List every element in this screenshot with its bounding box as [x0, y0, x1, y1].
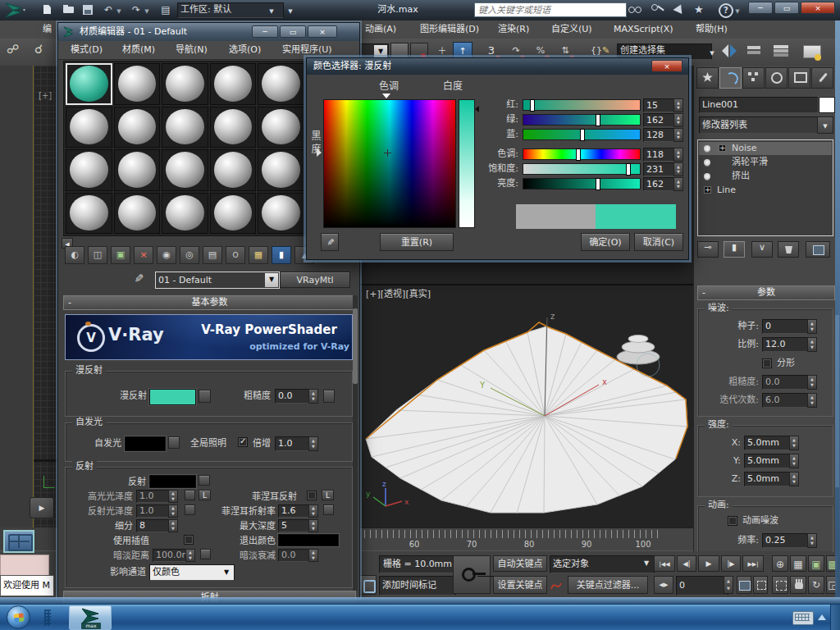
blackness-arrow-icon[interactable]	[317, 148, 322, 157]
diffuse-roughness-map-button[interactable]	[323, 390, 335, 403]
link-icon[interactable]: ☍	[7, 42, 19, 57]
menu-animation[interactable]: 动画(A)	[365, 21, 396, 38]
value-spinner[interactable]	[673, 177, 683, 191]
material-slot[interactable]	[66, 63, 112, 105]
slider-marker[interactable]	[596, 114, 600, 126]
tray-keyboard-icon[interactable]	[792, 611, 814, 625]
assign-material-icon[interactable]	[111, 246, 130, 264]
search-input[interactable]	[474, 2, 627, 17]
tab-hierarchy[interactable]	[742, 67, 765, 89]
redo-dropdown-icon[interactable]	[143, 2, 151, 17]
show-map-in-viewport-icon[interactable]	[249, 246, 268, 264]
fresnel-ior-map-button[interactable]	[323, 504, 334, 515]
subdivs-spinner[interactable]	[168, 519, 178, 532]
get-material-icon[interactable]	[65, 246, 84, 264]
material-slot[interactable]	[162, 63, 208, 105]
ok-button[interactable]: 确定(O)	[581, 233, 630, 251]
diffuse-roughness-field[interactable]: 0.0	[275, 389, 313, 404]
reflect-color-swatch[interactable]	[149, 475, 196, 488]
zoom-extents-icon[interactable]	[808, 555, 824, 572]
red-spinner[interactable]	[673, 98, 683, 112]
y-field[interactable]: 5.0mm	[744, 454, 793, 468]
saturation-slider[interactable]	[523, 163, 641, 175]
dim-falloff-field[interactable]: 0.0	[278, 549, 313, 562]
selection-set-combo[interactable]: 选定对象	[550, 555, 655, 573]
exit-color-swatch[interactable]	[278, 534, 339, 546]
viewport-plus-label[interactable]: [+]	[39, 90, 52, 102]
selfillum-map-button[interactable]	[168, 436, 180, 449]
material-slot[interactable]	[66, 107, 112, 148]
hue-marker-icon[interactable]	[382, 94, 390, 98]
material-slot[interactable]	[210, 193, 257, 235]
time-config-icon[interactable]	[737, 576, 751, 594]
configure-modifier-sets-icon[interactable]	[806, 241, 830, 258]
welcome-play-button[interactable]	[30, 497, 54, 518]
reset-map-icon[interactable]	[134, 246, 153, 264]
menu-customize[interactable]: 自定义(U)	[551, 21, 592, 38]
stack-item-extrude[interactable]: 挤出	[699, 170, 832, 183]
me-scroll-handle[interactable]	[353, 308, 358, 384]
previous-frame-button[interactable]	[677, 555, 696, 572]
seed-spinner[interactable]	[807, 319, 817, 334]
roughness-field[interactable]: 0.0	[762, 375, 811, 390]
hilight-gloss-map-button[interactable]	[185, 490, 195, 500]
use-interpolation-checkbox[interactable]	[184, 535, 194, 545]
menu-edit-partial[interactable]: 编	[43, 21, 52, 38]
material-slot[interactable]	[66, 149, 112, 191]
expand-icon[interactable]	[704, 186, 711, 194]
time-slider-ruler[interactable]: 60 70 80 90 100	[358, 527, 693, 552]
refl-gloss-field[interactable]: 1.0	[136, 504, 172, 518]
close-button[interactable]: ×	[801, 2, 835, 14]
current-frame-field[interactable]: 0	[676, 576, 728, 596]
set-key-button[interactable]: 设置关键点	[493, 576, 547, 594]
me-menu-utilities[interactable]: 实用程序(U)	[282, 42, 332, 58]
material-slot[interactable]	[210, 149, 257, 191]
affect-channels-combo[interactable]: 仅颜色	[149, 564, 235, 581]
slider-marker[interactable]	[576, 148, 581, 161]
fresnel-ior-spinner[interactable]	[308, 504, 318, 518]
value-field[interactable]: 162	[643, 177, 678, 191]
multiplier-field[interactable]: 1.0	[275, 436, 313, 451]
favorites-star-icon[interactable]: ★	[694, 3, 704, 16]
restore-button[interactable]: ▭	[774, 2, 799, 14]
layer-manager-icon[interactable]	[771, 42, 792, 62]
material-name-dropdown-icon[interactable]	[265, 273, 278, 287]
me-close-button[interactable]: ×	[308, 25, 337, 38]
subdivs-field[interactable]: 8	[136, 519, 172, 532]
material-slot[interactable]	[114, 149, 161, 191]
scale-spinner[interactable]	[807, 337, 817, 352]
key-mode-toggle[interactable]: ◀▶	[654, 576, 673, 594]
blue-slider[interactable]	[523, 129, 641, 140]
cancel-button[interactable]: 取消(C)	[634, 233, 683, 251]
me-menu-options[interactable]: 选项(O)	[229, 42, 261, 58]
new-file-icon[interactable]	[39, 2, 56, 17]
hue-field[interactable]: 118	[643, 148, 678, 162]
z-field[interactable]: 5.0mm	[744, 472, 793, 486]
make-unique-icon[interactable]: ∨	[751, 241, 773, 258]
screen-eyedropper-button[interactable]	[321, 233, 339, 251]
communication-center-icon[interactable]	[673, 2, 685, 14]
iterations-field[interactable]: 6.0	[762, 393, 811, 408]
save-file-icon[interactable]	[80, 2, 97, 17]
left-viewport-sliver[interactable]: [+]	[33, 66, 60, 527]
viewport-label[interactable]: [+][透视][真实]	[366, 289, 431, 300]
reset-button[interactable]: 重置(R)	[380, 233, 454, 251]
make-copy-icon[interactable]	[157, 246, 176, 264]
diffuse-roughness-spinner[interactable]	[308, 389, 318, 404]
pick-material-eyedropper-icon[interactable]	[134, 272, 144, 285]
material-slot[interactable]	[66, 193, 112, 235]
hue-spinner[interactable]	[673, 148, 683, 162]
saturation-field[interactable]: 231	[643, 162, 678, 176]
hue-slider[interactable]	[523, 148, 641, 160]
gi-checkbox[interactable]	[238, 437, 248, 447]
dim-distance-check-button[interactable]	[200, 549, 211, 559]
project-icon[interactable]: ▤	[158, 2, 174, 17]
slider-marker[interactable]	[580, 129, 585, 141]
auto-key-button[interactable]: 自动关键点	[493, 555, 547, 572]
zoom-all-icon[interactable]	[790, 555, 806, 572]
undo-dropdown-icon[interactable]	[115, 2, 123, 17]
me-scrollbar[interactable]	[353, 295, 358, 591]
material-slot[interactable]	[210, 107, 257, 148]
put-material-to-scene-icon[interactable]	[88, 246, 107, 264]
fresnel-checkbox[interactable]	[307, 491, 317, 500]
